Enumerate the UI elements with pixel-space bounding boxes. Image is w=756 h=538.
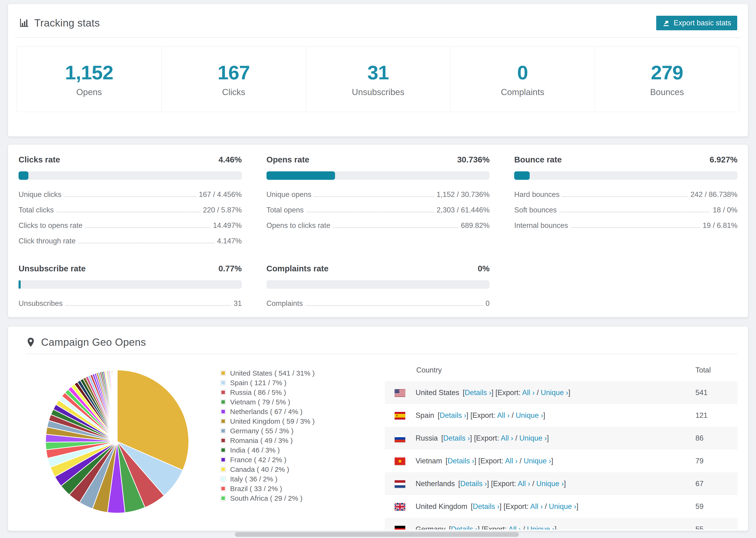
details-link[interactable]: Details › [440, 411, 466, 419]
details-link[interactable]: Details › [448, 457, 474, 465]
rate-row-value: 18 / 0% [713, 206, 737, 214]
bracket: ] [576, 502, 578, 511]
export-unique-link[interactable]: Unique › [515, 411, 543, 419]
rate-row-clicks-to-opens-rate: Clicks to opens rate14.497% [19, 218, 242, 233]
rate-block-header: Unsubscribe rate0.77% [19, 264, 242, 273]
export-unique-link[interactable]: Unique › [541, 389, 568, 397]
export-all-link[interactable]: All › [530, 502, 543, 511]
details-link[interactable]: Details › [460, 480, 487, 488]
dotted-leader [562, 196, 688, 197]
export-unique-link[interactable]: Unique › [536, 480, 564, 488]
slash: / [530, 480, 536, 488]
geo-total-value: 59 [695, 495, 737, 518]
stat-label: Unsubscribes [352, 87, 404, 97]
bracket: ] [543, 411, 545, 419]
details-link[interactable]: Details › [443, 434, 470, 442]
bracket: [ [444, 457, 448, 465]
bracket: [ [469, 502, 473, 511]
export-all-link[interactable]: All › [508, 525, 521, 530]
rate-row-value: 167 / 4.456% [199, 190, 242, 199]
legend-swatch [220, 467, 226, 472]
legend-swatch [220, 390, 226, 395]
rate-row-label: Soft bounces [514, 206, 557, 214]
tracking-stats-title: Tracking stats [19, 17, 100, 29]
export-all-link[interactable]: All › [522, 389, 535, 397]
stat-box-complaints: 0Complaints [450, 46, 595, 112]
stat-value: 31 [367, 61, 389, 84]
dotted-leader [333, 227, 458, 228]
legend-label: Canada ( 40 / 2% ) [230, 465, 289, 473]
rate-row-label: Unique clicks [19, 190, 62, 199]
flag-ru-icon [395, 435, 405, 442]
export-basic-stats-button[interactable]: Export basic stats [656, 16, 737, 30]
country-name: United States [415, 389, 459, 397]
legend-swatch [220, 418, 226, 424]
pie-slice-other-46[interactable] [117, 370, 117, 442]
rate-block-header: Clicks rate4.46% [19, 155, 242, 164]
rate-row-value: 19 / 6.81% [703, 221, 737, 230]
bar-chart-icon [19, 18, 29, 28]
country-name: Russia [415, 434, 438, 442]
rate-block-header: Bounce rate6.927% [514, 155, 737, 164]
details-link[interactable]: Details › [473, 502, 500, 511]
legend-swatch [220, 399, 226, 405]
rate-rows: Unique opens1,152 / 30.736%Total opens2,… [266, 187, 490, 233]
rate-row-label: Clicks to opens rate [19, 221, 82, 230]
rate-row-label: Opens to clicks rate [266, 221, 330, 230]
country-name: Netherlands [415, 480, 455, 488]
stat-box-bounces: 279Bounces [595, 46, 739, 112]
export-unique-link[interactable]: Unique › [527, 525, 555, 530]
horizontal-scrollbar-thumb[interactable] [235, 532, 519, 537]
bracket: [ [447, 525, 451, 530]
export-all-link[interactable]: All › [497, 411, 510, 419]
legend-label: India ( 46 / 3% ) [230, 446, 280, 454]
rate-value: 6.927% [710, 155, 737, 164]
flag-us-icon [395, 389, 405, 397]
tracking-stats-card: Tracking stats Export basic stats 1,152O… [8, 4, 748, 136]
stats-row: 1,152Opens167Clicks31Unsubscribes0Compla… [17, 46, 739, 112]
geo-country-cell: Netherlands [Details ›] [Export: All › /… [385, 472, 695, 495]
slash: / [510, 411, 516, 419]
legend-swatch [220, 457, 226, 462]
rate-title: Opens rate [266, 155, 309, 164]
legend-label: France ( 42 / 2% ) [230, 456, 287, 464]
rate-row-click-through-rate: Click through rate4.147% [19, 233, 242, 249]
stat-box-clicks: 167Clicks [161, 46, 306, 112]
export-all-link[interactable]: All › [505, 457, 517, 465]
rate-progress-bar [266, 171, 490, 180]
geo-header: Campaign Geo Opens [19, 335, 737, 348]
rate-block-header: Opens rate30.736% [266, 155, 490, 164]
dotted-leader [66, 305, 231, 306]
rate-row-total-opens: Total opens2,303 / 61.446% [266, 202, 490, 218]
rates-card: Clicks rate4.46%Unique clicks167 / 4.456… [8, 144, 748, 317]
export-all-link[interactable]: All › [501, 434, 513, 442]
legend-item-spain: Spain ( 121 / 7% ) [220, 378, 385, 388]
country-name: Germany [415, 525, 445, 530]
details-link[interactable]: Details › [451, 525, 478, 530]
export-unique-link[interactable]: Unique › [549, 502, 576, 511]
rate-value: 0.77% [218, 264, 242, 273]
export-unique-link[interactable]: Unique › [523, 457, 551, 465]
country-name: Vietnam [415, 457, 442, 465]
dotted-leader [85, 227, 210, 228]
dotted-leader [571, 227, 700, 228]
slash: / [513, 434, 519, 442]
details-link[interactable]: Details › [465, 389, 491, 397]
rate-row-value: 31 [234, 299, 242, 308]
export-unique-link[interactable]: Unique › [519, 434, 547, 442]
stat-box-opens: 1,152Opens [17, 46, 161, 112]
geo-row-netherlands: Netherlands [Details ›] [Export: All › /… [385, 472, 737, 495]
rate-rows: Unsubscribes31 [19, 296, 242, 311]
slash: / [543, 502, 549, 511]
export-all-link[interactable]: All › [518, 480, 530, 488]
dotted-leader [57, 212, 200, 212]
geo-row-united-states: United States [Details ›] [Export: All ›… [385, 381, 737, 404]
rate-progress-fill [266, 171, 335, 180]
legend-item-canada: Canada ( 40 / 2% ) [220, 464, 385, 474]
stat-label: Opens [76, 87, 102, 97]
geo-table-header-country: Country [385, 359, 695, 381]
geo-pie-column [19, 359, 220, 514]
rate-progress-bar [266, 280, 490, 289]
geo-country-cell: United States [Details ›] [Export: All ›… [385, 381, 695, 404]
legend-label: Spain ( 121 / 7% ) [230, 379, 287, 387]
